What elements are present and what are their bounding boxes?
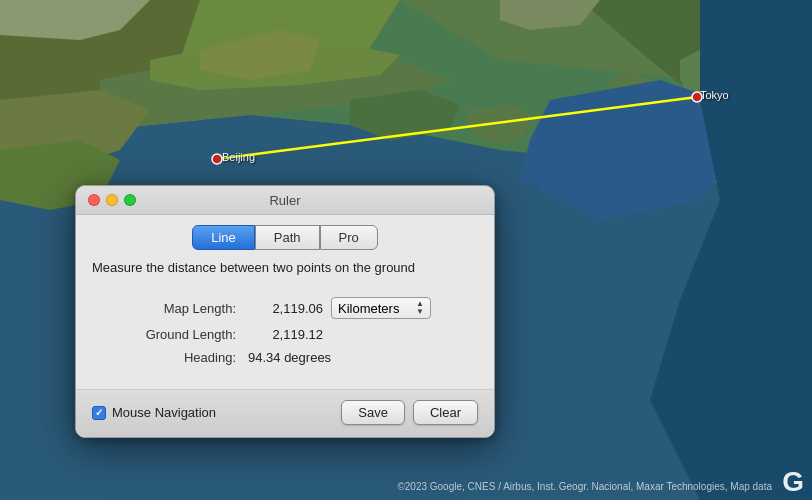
tab-line[interactable]: Line [192, 225, 255, 250]
tokyo-label: Tokyo [700, 89, 729, 101]
mouse-navigation: ✓ Mouse Navigation [92, 405, 341, 420]
heading-value: 94.34 degrees [248, 350, 331, 365]
maximize-button[interactable] [124, 194, 136, 206]
tabs-section: Line Path Pro [76, 215, 494, 250]
window-controls [88, 194, 136, 206]
google-logo: G [782, 466, 804, 498]
dialog-title: Ruler [269, 193, 300, 208]
title-bar: Ruler [76, 186, 494, 215]
map-copyright: ©2023 Google, CNES / Airbus, Inst. Geogr… [397, 481, 772, 492]
check-icon: ✓ [95, 408, 103, 418]
save-button[interactable]: Save [341, 400, 405, 425]
dialog-footer: ✓ Mouse Navigation Save Clear [76, 389, 494, 437]
unit-label: Kilometers [338, 301, 399, 316]
map-length-value: 2,119.06 [248, 301, 323, 316]
unit-stepper[interactable]: ▲ ▼ [416, 300, 424, 316]
tab-pro[interactable]: Pro [320, 225, 378, 250]
mouse-nav-label: Mouse Navigation [112, 405, 216, 420]
unit-selector[interactable]: Kilometers ▲ ▼ [331, 297, 431, 319]
map-length-label: Map Length: [96, 301, 236, 316]
close-button[interactable] [88, 194, 100, 206]
svg-point-2 [212, 154, 222, 164]
ground-length-row: Ground Length: 2,119.12 [96, 327, 474, 342]
arrow-down-icon: ▼ [416, 308, 424, 316]
clear-button[interactable]: Clear [413, 400, 478, 425]
map-length-row: Map Length: 2,119.06 Kilometers ▲ ▼ [96, 297, 474, 319]
tab-path[interactable]: Path [255, 225, 320, 250]
mouse-nav-checkbox[interactable]: ✓ [92, 406, 106, 420]
measurements-section: Map Length: 2,119.06 Kilometers ▲ ▼ Grou… [76, 281, 494, 389]
ground-length-label: Ground Length: [96, 327, 236, 342]
description-text: Measure the distance between two points … [76, 250, 494, 281]
footer-buttons: Save Clear [341, 400, 478, 425]
minimize-button[interactable] [106, 194, 118, 206]
heading-row: Heading: 94.34 degrees [96, 350, 474, 365]
ruler-dialog: Ruler Line Path Pro Measure the distance… [75, 185, 495, 438]
heading-label: Heading: [96, 350, 236, 365]
ground-length-value: 2,119.12 [248, 327, 323, 342]
beijing-label: Beijing [222, 151, 255, 163]
